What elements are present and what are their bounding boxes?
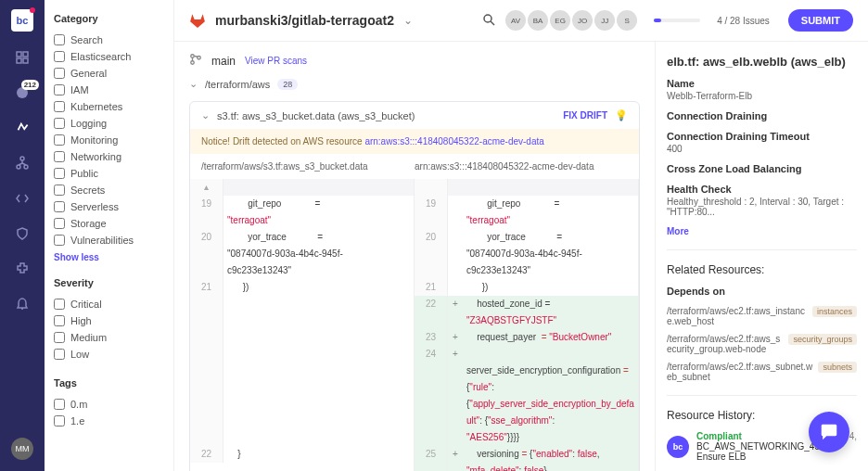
filter-checkbox[interactable] — [54, 399, 65, 410]
diff-row — [190, 346, 414, 363]
filter-item[interactable]: Monitoring — [54, 132, 164, 148]
filter-item[interactable]: 0.m — [54, 396, 164, 413]
dep-path[interactable]: /terraform/aws/ec2.tf:aws_instance.web_h… — [667, 306, 812, 326]
filter-checkbox[interactable] — [54, 315, 65, 326]
diff-row — [190, 396, 414, 413]
filter-checkbox[interactable] — [54, 299, 65, 310]
dep-path[interactable]: /terraform/aws/ec2.tf:aws_subnet.web_sub… — [667, 362, 818, 382]
filter-item[interactable]: Public — [54, 165, 164, 182]
chevron-down-icon[interactable]: ⌄ — [189, 78, 198, 90]
diff-row — [190, 329, 414, 346]
filter-item[interactable]: Search — [54, 32, 164, 48]
filter-checkbox[interactable] — [54, 68, 65, 79]
filter-label: Medium — [70, 332, 107, 343]
filter-item[interactable]: 1.e — [54, 413, 164, 429]
filter-checkbox[interactable] — [54, 218, 65, 229]
hierarchy-icon[interactable] — [13, 154, 32, 172]
chevron-down-icon[interactable]: ⌄ — [201, 109, 210, 121]
filter-item[interactable]: Elasticsearch — [54, 48, 164, 65]
filter-item[interactable]: High — [54, 312, 164, 329]
filter-checkbox[interactable] — [54, 349, 65, 360]
diff-row: "terragoat" — [190, 212, 414, 229]
filter-label: Secrets — [70, 185, 105, 196]
bell-icon[interactable] — [13, 295, 32, 313]
fix-drift-button[interactable]: FIX DRIFT — [563, 110, 607, 121]
history-status: Compliant — [696, 431, 742, 441]
arn-link[interactable]: arn:aws:s3:::418408045322-acme-dev-data — [364, 136, 543, 146]
search-icon[interactable] — [481, 12, 496, 30]
dep-path[interactable]: /terraform/aws/ec2.tf:aws_security_group… — [667, 334, 788, 354]
filter-checkbox[interactable] — [54, 235, 65, 246]
diff-row: "terragoat" — [415, 212, 638, 229]
filter-checkbox[interactable] — [54, 101, 65, 112]
alerts-icon[interactable]: 212 — [13, 83, 32, 102]
filter-label: Kubernetes — [70, 101, 122, 112]
filter-item[interactable]: Kubernetes — [54, 98, 164, 115]
filter-checkbox[interactable] — [54, 415, 65, 426]
filter-checkbox[interactable] — [54, 118, 65, 129]
filter-item[interactable]: Medium — [54, 329, 164, 346]
diff-row: 22+ hosted_zone_id = — [415, 296, 638, 312]
shield-icon[interactable] — [13, 224, 32, 243]
filter-checkbox[interactable] — [54, 168, 65, 179]
user-pill[interactable]: BA — [528, 10, 548, 31]
submit-button[interactable]: SUBMIT — [788, 9, 853, 32]
left-path: /terraform/aws/s3.tf:aws_s3_bucket.data — [201, 161, 415, 172]
diff-row: 25+ versioning = {"enabled": false, — [415, 446, 638, 463]
filter-item[interactable]: Critical — [54, 296, 164, 312]
dependency-item: /terraform/aws/ec2.tf:aws_security_group… — [667, 334, 857, 354]
filter-item[interactable]: Networking — [54, 148, 164, 165]
chat-fab[interactable] — [809, 412, 849, 452]
filter-item[interactable]: Logging — [54, 115, 164, 132]
filter-item[interactable]: Vulnerabilities — [54, 232, 164, 248]
diff-row: {"apply_server_side_encryption_by_defaul… — [415, 396, 638, 429]
user-avatar[interactable]: MM — [11, 438, 33, 460]
repo-breadcrumb[interactable]: murbanski3/gitlab-terragoat2 — [215, 13, 394, 28]
filter-checkbox[interactable] — [54, 134, 65, 146]
filter-checkbox[interactable] — [54, 332, 65, 343]
user-pill[interactable]: JO — [572, 10, 593, 31]
diff-row: "Z3AQBSTGFYJSTF" — [415, 312, 638, 329]
view-pr-link[interactable]: View PR scans — [245, 56, 307, 66]
diff-row: 22 } — [190, 446, 414, 463]
projects-icon[interactable] — [13, 119, 32, 137]
more-link[interactable]: More — [667, 226, 857, 236]
user-pill[interactable]: AV — [505, 10, 526, 31]
path-label[interactable]: /terraform/aws — [205, 79, 270, 90]
progress-bar — [654, 19, 700, 22]
svg-point-9 — [191, 55, 195, 58]
dashboard-icon[interactable] — [13, 48, 32, 67]
logo[interactable]: bc — [11, 9, 33, 32]
filter-checkbox[interactable] — [54, 34, 65, 45]
diff-row: 20 yor_trace = — [415, 229, 638, 246]
svg-rect-1 — [23, 52, 28, 57]
filter-label: Monitoring — [70, 134, 118, 146]
filter-label: Logging — [70, 118, 107, 129]
branch-name[interactable]: main — [211, 55, 236, 68]
bulb-icon[interactable]: 💡 — [615, 109, 628, 121]
resource-card: ⌄ s3.tf: aws_s3_bucket.data (aws_s3_buck… — [189, 101, 640, 471]
diff-row — [190, 379, 414, 396]
filter-label: Public — [70, 168, 98, 179]
detail-field: Connection Draining Timeout400 — [667, 131, 857, 154]
user-pill[interactable]: JJ — [594, 10, 615, 31]
code-icon[interactable] — [13, 189, 32, 208]
filter-item[interactable]: Low — [54, 346, 164, 363]
filter-item[interactable]: Storage — [54, 215, 164, 232]
filter-checkbox[interactable] — [54, 84, 65, 95]
filter-item[interactable]: Secrets — [54, 182, 164, 198]
filter-item[interactable]: General — [54, 65, 164, 82]
filter-checkbox[interactable] — [54, 185, 65, 196]
filter-checkbox[interactable] — [54, 51, 65, 62]
show-less-link[interactable]: Show less — [54, 252, 164, 262]
plugin-icon[interactable] — [13, 260, 32, 278]
user-pill[interactable]: S — [617, 10, 637, 31]
filter-checkbox[interactable] — [54, 201, 65, 212]
filter-item[interactable]: Serverless — [54, 198, 164, 215]
filter-checkbox[interactable] — [54, 151, 65, 162]
user-pill[interactable]: EG — [550, 10, 570, 31]
chevron-down-icon[interactable]: ⌄ — [403, 14, 413, 27]
filter-item[interactable]: IAM — [54, 82, 164, 98]
field-label: Connection Draining — [667, 110, 857, 121]
dep-tag: subnets — [818, 362, 857, 373]
